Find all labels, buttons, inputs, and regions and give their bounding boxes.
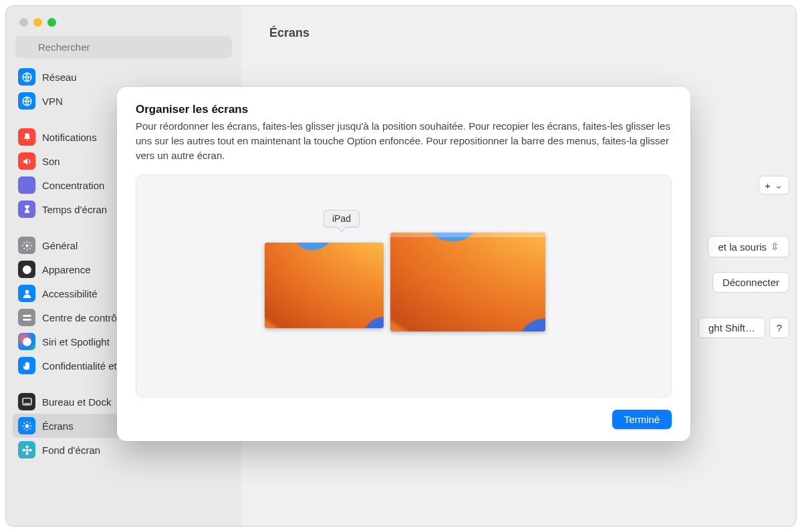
night-shift-button[interactable]: ght Shift…	[698, 317, 765, 338]
window-controls	[6, 13, 241, 36]
bell-icon	[18, 128, 35, 146]
done-button[interactable]: Terminé	[612, 410, 672, 429]
search-input[interactable]	[15, 36, 232, 58]
sidebar-item-label: Réseau	[42, 72, 77, 83]
sidebar-item-label: Fond d'écran	[42, 444, 100, 456]
speaker-icon	[18, 152, 35, 170]
sidebar-item-label: Siri et Spotlight	[42, 336, 110, 348]
contrast-icon	[18, 261, 35, 278]
flower-icon	[18, 441, 35, 458]
arrange-displays-dialog: Organiser les écrans Pour réordonner les…	[117, 87, 690, 441]
wallpaper-icon	[390, 233, 545, 331]
sidebar-item-label: Centre de contrôle	[42, 312, 124, 323]
globe-icon	[18, 92, 35, 110]
switches-icon	[18, 309, 35, 326]
sidebar-item-label: Concentration	[42, 180, 104, 191]
sidebar-item-label: Son	[42, 156, 60, 167]
dialog-description: Pour réordonner les écrans, faites-les g…	[136, 119, 672, 162]
person-icon	[18, 285, 35, 302]
disconnect-button[interactable]: Déconnecter	[712, 272, 789, 293]
add-display-button[interactable]: + ⌄	[759, 176, 789, 194]
sidebar-item-fond-d-cran[interactable]: Fond d'écran	[13, 438, 235, 462]
globe-icon	[18, 68, 35, 86]
siri-icon	[18, 333, 35, 350]
sidebar-item-label: VPN	[42, 96, 63, 107]
sidebar-item-label: Bureau et Dock	[42, 396, 111, 408]
dock-icon	[18, 393, 35, 410]
display-thumbnail-main[interactable]	[390, 233, 545, 331]
page-title: Écrans	[261, 19, 776, 40]
sidebar-item-r-seau[interactable]: Réseau	[13, 65, 235, 89]
hourglass-icon	[18, 201, 35, 218]
sidebar-item-label: Accessibilité	[42, 288, 98, 299]
menubar-indicator	[390, 233, 545, 237]
chevron-down-icon: ⌄	[775, 179, 783, 191]
moon-icon	[18, 176, 35, 194]
fullscreen-window-button[interactable]	[47, 18, 56, 27]
minimize-window-button[interactable]	[33, 18, 42, 27]
sidebar-item-label: Apparence	[42, 264, 91, 275]
keyboard-mouse-button[interactable]: et la souris ⇳	[708, 236, 789, 257]
sidebar-item-label: Écrans	[42, 420, 74, 432]
sidebar-item-label: Notifications	[42, 132, 97, 143]
help-button[interactable]: ?	[769, 317, 789, 338]
updown-icon: ⇳	[771, 241, 779, 253]
sidebar-item-label: Temps d'écran	[42, 204, 107, 215]
display-tooltip: iPad	[323, 210, 360, 227]
wallpaper-icon	[265, 243, 384, 328]
display-arrangement-area[interactable]: iPad	[136, 174, 672, 398]
hand-icon	[18, 357, 35, 374]
display-thumbnail-ipad[interactable]	[265, 243, 384, 328]
sun-icon	[18, 417, 35, 434]
close-window-button[interactable]	[19, 18, 28, 27]
sidebar-item-label: Général	[42, 240, 78, 251]
dialog-title: Organiser les écrans	[136, 103, 672, 116]
gear-icon	[18, 237, 35, 254]
